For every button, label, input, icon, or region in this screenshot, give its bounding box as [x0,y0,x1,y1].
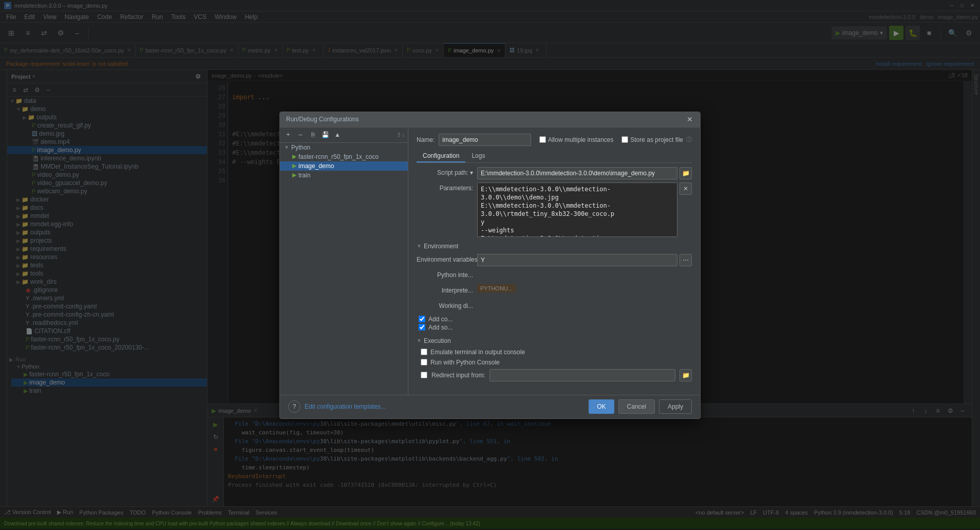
dialog-add-source-roots-label: Add so... [428,324,453,331]
dialog-script-path-input[interactable] [477,167,677,179]
dialog-script-path-row: Script path: ▾ 📁 [417,167,692,179]
dialog-footer: ? Edit configuration templates... OK Can… [280,395,700,418]
dialog-run-python-console-row: Run with Python Console [417,359,692,366]
dialog-env-vars-control: ⋯ [477,254,692,266]
dialog-python-interp-row: Python inte... [417,269,692,282]
dialog-sidebar: + – ⎘ 💾 ▲ 3 ↕ ▼ Python ▶ faster-rcnn_r50… [280,127,408,395]
dialog-edit-templates-link[interactable]: Edit configuration templates... [305,403,386,410]
dialog-body: + – ⎘ 💾 ▲ 3 ↕ ▼ Python ▶ faster-rcnn_r50… [280,127,700,395]
dialog-tab-configuration[interactable]: Configuration [417,150,465,162]
dialog-config-train[interactable]: ▶ train [280,171,408,180]
dialog-main-content: Name: Allow multiple instances Store as … [408,127,700,395]
run-debug-config-dialog: Run/Debug Configurations ✕ + – ⎘ 💾 ▲ 3 ↕… [279,112,701,419]
dialog-redirect-input-row: Redirect input from: 📁 [417,369,692,381]
dialog-add-content-roots-row: Add co... [419,316,692,323]
dialog-add-source-roots-cb[interactable] [419,324,425,331]
dialog-python-section: ▼ Python [280,143,408,152]
dialog-cancel-button[interactable]: Cancel [618,399,655,414]
dialog-add-source-roots-row: Add so... [419,324,692,331]
env-arrow: ▼ [417,243,422,249]
dialog-config-faster-rcnn[interactable]: ▶ faster-rcnn_r50_fpn_1x_coco [280,152,408,161]
dialog-name-label: Name: [417,136,435,143]
dialog-script-path-label: Script path: ▾ [417,167,473,176]
dialog-parameters-label: Parameters: [417,182,473,192]
dialog-add-btn[interactable]: + [283,130,293,140]
modal-overlay: Run/Debug Configurations ✕ + – ⎘ 💾 ▲ 3 ↕… [0,0,980,530]
dialog-script-browse-btn[interactable]: 📁 [680,167,692,179]
dialog-parameters-control: E:\\mmdetection-3.0.0\\mmdetection-3.0.0… [477,182,692,239]
dialog-add-content-roots-label: Add co... [428,316,453,323]
dialog-interpreter-row: Interprete... PYTHONU... [417,285,692,297]
dialog-run-python-console-label: Run with Python Console [430,359,500,366]
dialog-env-vars-row: Environment variables: ⋯ [417,254,692,266]
dialog-move-up-btn[interactable]: ▲ [332,130,343,140]
dialog-parameters-wrapper: E:\\mmdetection-3.0.0\\mmdetection-3.0.0… [477,182,677,239]
dialog-config-tree: ▼ Python ▶ faster-rcnn_r50_fpn_1x_coco ▶… [280,143,408,395]
dialog-close-button[interactable]: ✕ [686,115,694,123]
dialog-tabs-bar: Configuration Logs [417,150,692,163]
dialog-store-as-project-checkbox[interactable] [621,136,628,143]
dialog-allow-multiple-label: Allow multiple instances [548,136,613,143]
dialog-working-dir-label: Working di... [417,300,473,309]
dialog-env-vars-btn[interactable]: ⋯ [680,254,692,266]
dialog-interpreter-label: Interprete... [417,285,473,294]
dialog-allow-multiple-checkbox[interactable] [539,136,546,143]
dialog-config-image-demo[interactable]: ▶ image_demo [280,161,408,171]
dialog-name-input[interactable] [439,134,531,146]
dialog-footer-right: OK Cancel Apply [589,399,692,414]
dialog-interpreter-value: PYTHONU... [477,285,692,292]
dialog-title-bar: Run/Debug Configurations ✕ [280,112,700,127]
dialog-remove-btn[interactable]: – [295,130,306,140]
dialog-tab-logs[interactable]: Logs [465,150,491,162]
dialog-add-content-roots-cb[interactable] [419,316,425,322]
dialog-environment-toggle[interactable]: ▼ Environment [417,242,692,251]
dialog-config-form: Script path: ▾ 📁 Parameters: E:\\mmdetec… [417,167,692,389]
dialog-emulate-terminal-label: Emulate terminal in output console [430,349,525,356]
dialog-help-button[interactable]: ? [288,400,300,413]
dialog-script-path-control: 📁 [477,167,692,179]
dialog-params-clear-btn[interactable]: ✕ [680,182,692,195]
dialog-store-as-project-label: Store as project file [630,136,683,143]
dialog-env-vars-input[interactable] [477,254,677,266]
exec-arrow: ▼ [417,338,422,343]
pythonu-badge: PYTHONU... [477,284,516,293]
dialog-sidebar-toolbar: + – ⎘ 💾 ▲ 3 ↕ [280,127,408,143]
dialog-execution-label: Execution [424,337,451,344]
dialog-save-btn[interactable]: 💾 [320,130,330,140]
dialog-footer-left: ? Edit configuration templates... [288,400,386,413]
dialog-ok-button[interactable]: OK [589,399,614,414]
dialog-working-dir-row: Working di... [417,300,692,313]
dialog-parameters-input[interactable]: E:\\mmdetection-3.0.0\\mmdetection-3.0.0… [477,182,677,237]
dialog-python-label: Python [291,144,310,151]
dialog-checkbox-section: Add co... Add so... [417,316,692,331]
dialog-redirect-input-label: Redirect input from: [431,372,485,379]
dialog-title: Run/Debug Configurations [286,116,359,123]
dialog-environment-label: Environment [424,243,458,250]
dialog-env-vars-label: Environment variables: [417,254,473,263]
dialog-emulate-terminal-row: Emulate terminal in output console [417,349,692,356]
dialog-execution-toggle[interactable]: ▼ Execution [417,336,692,345]
dialog-store-as-project-row: Store as project file ⓘ [621,136,692,143]
dialog-redirect-input-field[interactable] [489,369,675,381]
dialog-emulate-terminal-cb[interactable] [421,349,427,355]
dialog-run-python-console-cb[interactable] [421,359,427,365]
dialog-config-image-demo-label: image_demo [298,162,334,170]
dialog-copy-btn[interactable]: ⎘ [308,130,318,140]
dialog-allow-multiple-row: Allow multiple instances [539,136,613,143]
dialog-config-faster-rcnn-label: faster-rcnn_r50_fpn_1x_coco [298,153,379,160]
dialog-python-interp-label: Python inte... [417,269,473,279]
dialog-redirect-input-cb[interactable] [421,372,427,378]
store-as-project-help: ⓘ [686,136,692,143]
dialog-config-count: 3 ↕ [397,132,405,138]
dialog-redirect-browse-btn[interactable]: 📁 [680,369,692,381]
dialog-parameters-row: Parameters: E:\\mmdetection-3.0.0\\mmdet… [417,182,692,239]
dialog-config-train-label: train [298,172,310,179]
dialog-apply-button[interactable]: Apply [659,399,692,414]
